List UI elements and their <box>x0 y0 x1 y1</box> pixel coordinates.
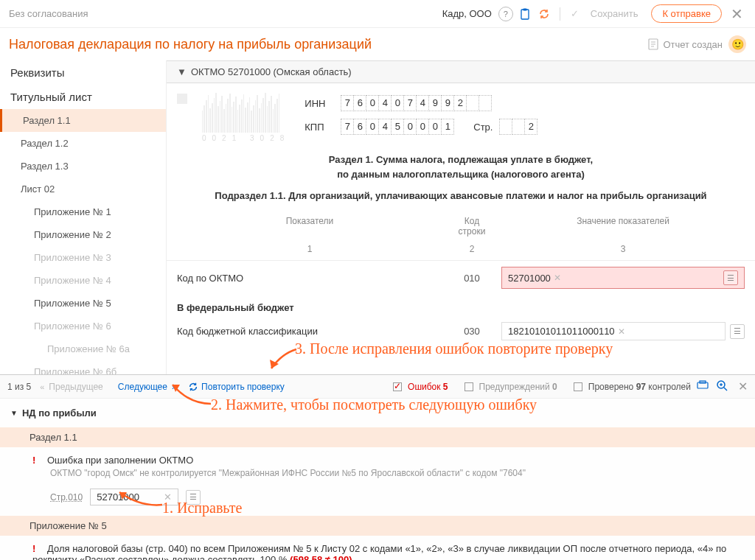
svg-rect-1 <box>523 8 526 10</box>
col-header-1: Показатели <box>177 216 442 237</box>
checked-count: Проверено 97 контролей <box>588 382 691 392</box>
list-picker-icon[interactable]: ☰ <box>186 490 201 505</box>
prev-first-icon[interactable]: « <box>40 382 44 391</box>
value-input[interactable]: 18210101011011000110✕ <box>501 322 726 340</box>
sidebar-item[interactable]: Приложение № 3 <box>0 246 166 269</box>
col-header-3: Значение показателей <box>501 216 745 237</box>
sidebar-item[interactable]: Приложение № 2 <box>0 223 166 246</box>
errors-count: Ошибок 5 <box>408 382 448 392</box>
error-section-2[interactable]: Приложение № 5 <box>0 516 755 536</box>
col-header-2: Кодстроки <box>442 216 501 237</box>
send-button[interactable]: К отправке <box>651 4 722 23</box>
sidebar-item[interactable]: Реквизиты <box>0 60 166 85</box>
inn-label: ИНН <box>305 98 334 109</box>
inn-field[interactable]: 7604074992 <box>341 95 492 111</box>
table-row: Код по ОКТМО01052701000✕☰ <box>167 261 755 295</box>
error-group-header[interactable]: ▼НД по прибыли <box>10 405 745 424</box>
section-subtitle: Подраздел 1.1. Для организаций, уплачива… <box>167 186 755 211</box>
subsection-header: В федеральный бюджет <box>167 295 755 316</box>
error-item-1[interactable]: !Ошибка при заполнении ОКТМО ОКТМО "горо… <box>10 450 745 483</box>
error-icon: ! <box>32 543 40 554</box>
table-row: Код бюджетной классификации0301821010101… <box>167 316 755 346</box>
list-picker-icon[interactable]: ☰ <box>723 270 738 285</box>
approval-status: Без согласования <box>9 8 88 19</box>
page-title: Налоговая декларация по налогу на прибыл… <box>9 37 372 52</box>
error-section-1[interactable]: Раздел 1.1 <box>0 427 755 447</box>
next-button[interactable]: Следующее <box>118 382 167 392</box>
report-status: Отчет создан <box>648 38 723 50</box>
validation-panel: 1 из 5 « Предыдущее Следующее » Повторит… <box>0 374 755 560</box>
page-label: Стр. <box>473 122 493 133</box>
svg-rect-0 <box>521 10 529 19</box>
close-panel-icon[interactable]: ✕ <box>738 379 748 393</box>
sidebar-item[interactable]: Приложение № 6 <box>0 315 166 337</box>
content-area: ▼ОКТМО 52701000 (Омская область) 0021 30… <box>167 60 755 374</box>
sidebar-item[interactable]: Лист 02 <box>0 178 166 200</box>
sidebar-item[interactable]: Раздел 1.2 <box>0 132 166 155</box>
sidebar-item[interactable]: Раздел 1.1 <box>0 109 166 132</box>
kpp-field[interactable]: 760450001 <box>341 119 454 135</box>
sidebar-item[interactable]: Приложение № 6а <box>0 337 166 360</box>
oktmo-collapse-header[interactable]: ▼ОКТМО 52701000 (Омская область) <box>167 60 755 83</box>
page-field[interactable]: 2 <box>500 119 537 135</box>
company-name[interactable]: Кадр, ООО <box>442 8 492 19</box>
tick-icon: ✓ <box>571 8 579 19</box>
save-button[interactable]: Сохранить <box>591 8 639 19</box>
value-input[interactable]: 52701000✕☰ <box>501 267 745 289</box>
sidebar-item[interactable]: Приложение № 1 <box>0 200 166 223</box>
kpp-label: КПП <box>305 122 334 133</box>
help-icon[interactable]: ? <box>498 7 513 21</box>
errors-checkbox[interactable] <box>393 382 402 391</box>
section-title: Раздел 1. Сумма налога, подлежащая уплат… <box>167 148 755 186</box>
sidebar-item[interactable]: Приложение № 4 <box>0 269 166 292</box>
warnings-count: Предупреждений 0 <box>479 382 557 392</box>
error-counter: 1 из 5 <box>7 382 31 392</box>
avatar[interactable]: 🙂 <box>728 35 746 53</box>
refresh-icon[interactable] <box>537 7 552 21</box>
checked-checkbox[interactable] <box>574 382 582 391</box>
fix-value-input[interactable]: 52701000✕ <box>90 489 178 505</box>
goto-line-link[interactable]: Стр.010 <box>50 492 83 503</box>
next-last-icon[interactable]: » <box>172 382 176 391</box>
clipboard-icon[interactable] <box>518 7 532 21</box>
pdf-icon[interactable] <box>697 380 709 393</box>
sidebar: РеквизитыТитульный листРаздел 1.1Раздел … <box>0 60 167 374</box>
checkbox[interactable] <box>177 94 187 104</box>
sidebar-item[interactable]: Раздел 1.3 <box>0 155 166 178</box>
sidebar-item[interactable]: Титульный лист <box>0 85 166 109</box>
barcode: 0021 3028 <box>202 92 290 142</box>
repeat-check-button[interactable]: Повторить проверку <box>188 382 285 392</box>
list-picker-icon[interactable]: ☰ <box>730 324 745 339</box>
prev-button[interactable]: Предыдущее <box>49 382 102 392</box>
svg-line-9 <box>724 388 727 391</box>
error-icon: ! <box>32 455 40 466</box>
warnings-checkbox[interactable] <box>465 382 473 391</box>
sidebar-item[interactable]: Приложение № 6б <box>0 360 166 374</box>
close-icon[interactable]: ✕ <box>728 5 746 23</box>
zoom-icon[interactable] <box>716 379 728 393</box>
error-item-2[interactable]: !Доля налоговой базы (стр. 040) по всем … <box>10 539 745 560</box>
sidebar-item[interactable]: Приложение № 5 <box>0 292 166 315</box>
